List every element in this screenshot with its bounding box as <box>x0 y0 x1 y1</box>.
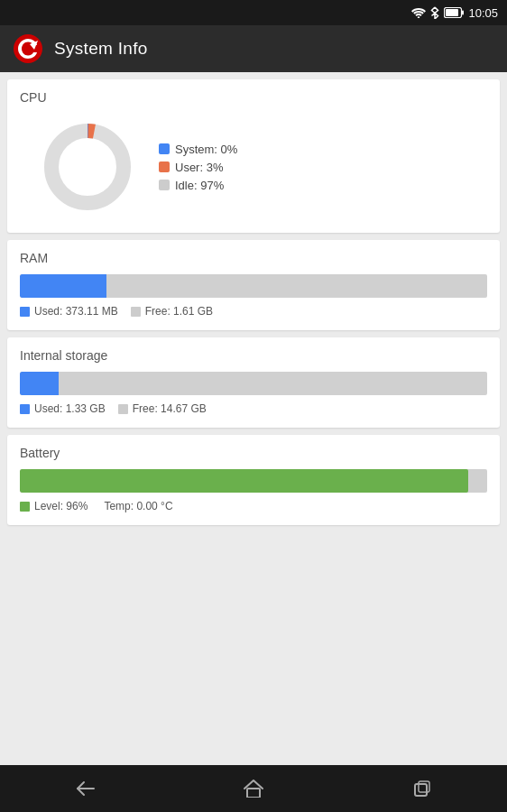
cpu-legend: System: 0% User: 3% Idle: 97% <box>159 143 237 192</box>
battery-bar <box>20 469 487 493</box>
status-bar: 10:05 <box>0 0 507 25</box>
ram-used-color <box>20 307 30 317</box>
storage-used-bar <box>20 372 59 395</box>
storage-legend: Used: 1.33 GB Free: 14.67 GB <box>20 402 487 415</box>
battery-card: Battery Level: 96% Temp: 0.00 °C <box>7 435 500 525</box>
battery-level-legend: Level: 96% <box>20 500 88 512</box>
storage-free-legend: Free: 14.67 GB <box>118 402 207 415</box>
ram-used-bar <box>20 274 106 298</box>
home-button[interactable] <box>226 770 281 807</box>
cpu-idle-label: Idle: 97% <box>175 179 224 192</box>
svg-rect-9 <box>247 789 260 798</box>
battery-temp-label: Temp: 0.00 °C <box>104 500 172 512</box>
ram-free-legend: Free: 1.61 GB <box>131 305 213 318</box>
battery-level-color <box>20 502 30 512</box>
storage-bar <box>20 372 487 395</box>
svg-point-5 <box>51 131 124 203</box>
svg-rect-11 <box>419 781 429 792</box>
svg-rect-2 <box>462 11 464 15</box>
cpu-idle-legend: Idle: 97% <box>159 179 237 192</box>
battery-level-bar <box>20 469 468 493</box>
cpu-user-legend: User: 3% <box>159 161 237 174</box>
bluetooth-icon <box>430 6 439 19</box>
svg-rect-10 <box>415 784 427 796</box>
cpu-user-label: User: 3% <box>175 161 223 174</box>
cpu-content: System: 0% User: 3% Idle: 97% <box>20 114 487 220</box>
ram-used-legend: Used: 373.11 MB <box>20 305 118 318</box>
storage-section-title: Internal storage <box>20 348 487 363</box>
ram-card: RAM Used: 373.11 MB Free: 1.61 GB <box>7 240 500 330</box>
battery-section-title: Battery <box>20 446 487 460</box>
ram-section-title: RAM <box>20 251 487 265</box>
nav-bar <box>0 765 507 812</box>
storage-free-label: Free: 14.67 GB <box>133 402 207 415</box>
cpu-card: CPU System: 0 <box>7 79 500 233</box>
battery-level-label: Level: 96% <box>34 500 88 512</box>
cpu-idle-color <box>159 180 170 190</box>
ram-free-label: Free: 1.61 GB <box>145 305 213 318</box>
cpu-system-legend: System: 0% <box>159 143 237 156</box>
cpu-system-label: System: 0% <box>175 143 237 156</box>
recents-button[interactable] <box>395 770 449 807</box>
battery-legend: Level: 96% Temp: 0.00 °C <box>20 500 487 512</box>
wifi-icon <box>411 7 426 18</box>
cpu-user-color <box>159 161 170 172</box>
storage-free-color <box>118 404 128 414</box>
storage-used-color <box>20 404 30 414</box>
battery-icon <box>444 7 464 18</box>
svg-rect-3 <box>446 9 458 16</box>
cpu-system-color <box>159 143 170 154</box>
cpu-section-title: CPU <box>20 90 487 105</box>
storage-used-legend: Used: 1.33 GB <box>20 402 106 415</box>
back-button[interactable] <box>58 770 112 807</box>
ram-free-color <box>131 307 141 317</box>
storage-card: Internal storage Used: 1.33 GB Free: 14.… <box>7 337 500 428</box>
ram-bar <box>20 274 487 298</box>
app-logo <box>13 33 43 64</box>
svg-point-4 <box>14 34 42 63</box>
svg-point-0 <box>418 16 419 18</box>
cpu-donut-chart <box>38 117 137 217</box>
app-bar: System Info <box>0 25 507 72</box>
status-time: 10:05 <box>468 6 498 20</box>
status-icons: 10:05 <box>411 6 498 20</box>
storage-used-label: Used: 1.33 GB <box>34 402 106 415</box>
main-content: CPU System: 0 <box>0 72 507 765</box>
app-title: System Info <box>54 39 148 59</box>
ram-legend: Used: 373.11 MB Free: 1.61 GB <box>20 305 487 318</box>
ram-used-label: Used: 373.11 MB <box>34 305 118 318</box>
